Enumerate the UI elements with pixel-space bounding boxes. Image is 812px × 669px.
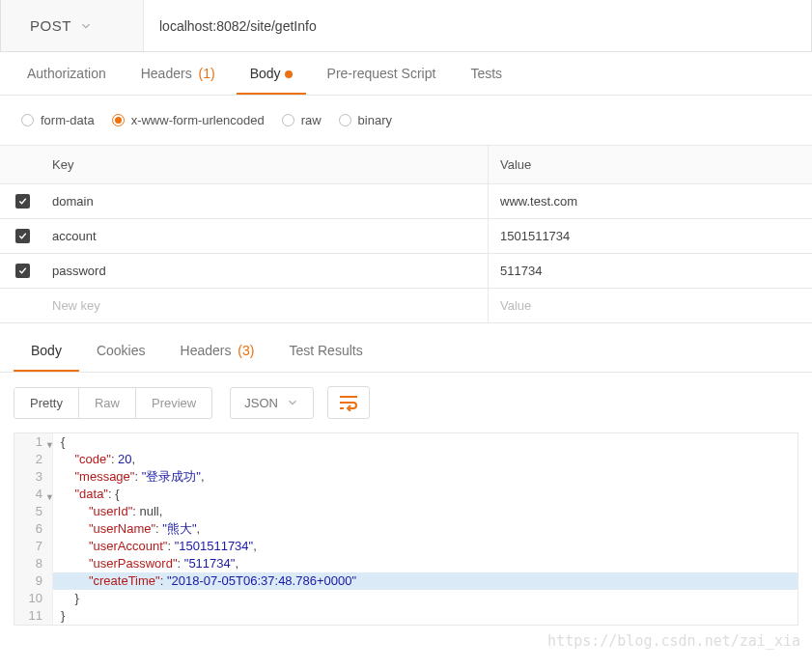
- request-tab-pre-request-script[interactable]: Pre-request Script: [314, 52, 450, 95]
- request-tab-headers[interactable]: Headers (1): [127, 52, 229, 95]
- view-preview-button[interactable]: Preview: [135, 388, 211, 418]
- request-tab-body[interactable]: Body: [237, 52, 306, 95]
- format-selector[interactable]: JSON: [230, 387, 314, 419]
- response-tabs: BodyCookiesHeaders (3)Test Results: [0, 329, 812, 373]
- param-value[interactable]: 1501511734: [489, 219, 812, 253]
- table-row: domainwww.test.com: [0, 184, 812, 219]
- table-row: account1501511734: [0, 219, 812, 254]
- chevron-down-icon: [286, 396, 299, 409]
- radio-form-data[interactable]: form-data: [21, 113, 95, 127]
- view-pretty-button[interactable]: Pretty: [14, 388, 78, 418]
- body-type-radios: form-datax-www-form-urlencodedrawbinary: [0, 96, 812, 145]
- request-tabs: AuthorizationHeaders (1)BodyPre-request …: [0, 52, 812, 96]
- watermark: https://blog.csdn.net/zai_xia: [547, 632, 800, 639]
- request-tab-tests[interactable]: Tests: [457, 52, 516, 95]
- param-value[interactable]: www.test.com: [489, 184, 812, 218]
- wrap-toggle-button[interactable]: [327, 386, 370, 419]
- format-label: JSON: [244, 396, 278, 410]
- response-tab-cookies[interactable]: Cookies: [79, 329, 163, 372]
- response-tab-test-results[interactable]: Test Results: [271, 329, 379, 372]
- param-key[interactable]: password: [44, 254, 489, 288]
- response-tab-headers[interactable]: Headers (3): [163, 329, 272, 372]
- checkbox[interactable]: [15, 229, 30, 243]
- checkbox[interactable]: [15, 194, 30, 209]
- param-table: Key Value domainwww.test.comaccount15015…: [0, 145, 812, 323]
- param-key[interactable]: domain: [44, 184, 489, 218]
- param-row-new[interactable]: New key Value: [0, 289, 812, 323]
- wrap-icon: [338, 394, 359, 411]
- chevron-down-icon: [79, 19, 93, 33]
- radio-x-www-form-urlencoded[interactable]: x-www-form-urlencoded: [112, 113, 265, 127]
- method-label: POST: [30, 17, 71, 34]
- checkbox[interactable]: [15, 264, 30, 278]
- method-selector[interactable]: POST: [1, 0, 144, 51]
- radio-binary[interactable]: binary: [339, 113, 392, 127]
- view-mode-group: PrettyRawPreview: [14, 387, 212, 419]
- param-key[interactable]: account: [44, 219, 489, 253]
- request-tab-authorization[interactable]: Authorization: [14, 52, 120, 95]
- param-key-placeholder[interactable]: New key: [44, 289, 489, 322]
- param-value-placeholder[interactable]: Value: [489, 289, 812, 322]
- radio-raw[interactable]: raw: [282, 113, 322, 127]
- response-body[interactable]: 1▼{ 2 "code": 20, 3 "message": "登录成功", 4…: [14, 432, 798, 626]
- table-row: password511734: [0, 254, 812, 289]
- url-input[interactable]: [144, 0, 811, 51]
- view-raw-button[interactable]: Raw: [78, 388, 135, 418]
- param-header-key: Key: [44, 146, 489, 183]
- param-header: Key Value: [0, 146, 812, 184]
- param-header-value: Value: [489, 146, 812, 183]
- response-tab-body[interactable]: Body: [14, 329, 79, 372]
- param-value[interactable]: 511734: [489, 254, 812, 288]
- view-bar: PrettyRawPreview JSON: [0, 373, 812, 432]
